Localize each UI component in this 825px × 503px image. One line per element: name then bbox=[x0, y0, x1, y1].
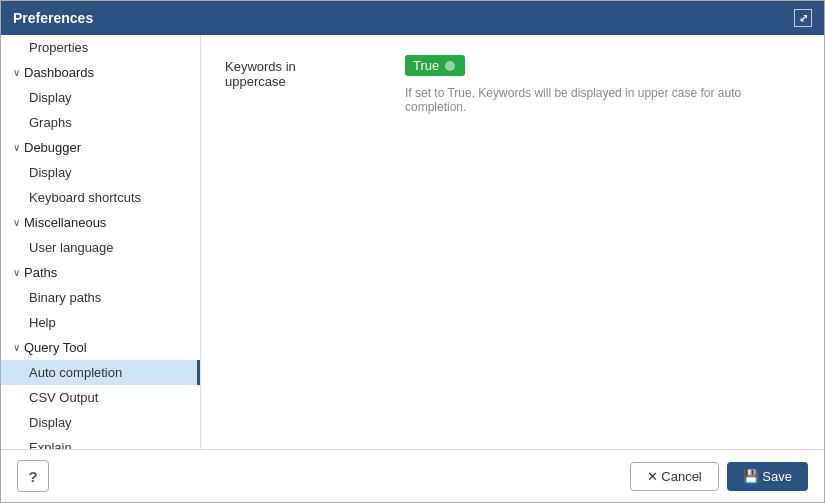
sidebar-item-dashboards-graphs[interactable]: Graphs bbox=[1, 110, 200, 135]
sidebar-item-label: Graphs bbox=[29, 115, 72, 130]
dialog-title: Preferences bbox=[13, 10, 93, 26]
setting-row-keywords: Keywords inuppercase True If set to True… bbox=[225, 55, 800, 114]
sidebar-item-label: User language bbox=[29, 240, 114, 255]
sidebar-item-qt-display[interactable]: Display bbox=[1, 410, 200, 435]
sidebar-item-paths[interactable]: ∨ Paths bbox=[1, 260, 200, 285]
sidebar-item-properties[interactable]: Properties bbox=[1, 35, 200, 60]
sidebar-item-label: Display bbox=[29, 90, 72, 105]
sidebar-item-label: Display bbox=[29, 415, 72, 430]
sidebar-item-label: CSV Output bbox=[29, 390, 98, 405]
sidebar-item-qt-auto-completion[interactable]: Auto completion bbox=[1, 360, 200, 385]
sidebar-item-dashboards[interactable]: ∨ Dashboards bbox=[1, 60, 200, 85]
sidebar-item-qt-explain[interactable]: Explain bbox=[1, 435, 200, 449]
expand-icon[interactable]: ⤢ bbox=[794, 9, 812, 27]
dialog-header: Preferences ⤢ bbox=[1, 1, 824, 35]
cancel-button[interactable]: ✕ Cancel bbox=[630, 462, 719, 491]
toggle-label: True bbox=[413, 58, 439, 73]
sidebar-item-qt-csv-output[interactable]: CSV Output bbox=[1, 385, 200, 410]
dialog-footer: ? ✕ Cancel 💾 Save bbox=[1, 449, 824, 502]
sidebar-item-label: Display bbox=[29, 165, 72, 180]
main-content: Keywords inuppercase True If set to True… bbox=[201, 35, 824, 449]
sidebar-item-label: Keyboard shortcuts bbox=[29, 190, 141, 205]
sidebar: Properties ∨ Dashboards Display Graphs ∨… bbox=[1, 35, 201, 449]
sidebar-item-label: Auto completion bbox=[29, 365, 122, 380]
help-button[interactable]: ? bbox=[17, 460, 49, 492]
sidebar-item-label: Dashboards bbox=[24, 65, 94, 80]
dialog-body: Properties ∨ Dashboards Display Graphs ∨… bbox=[1, 35, 824, 449]
preferences-dialog: Preferences ⤢ Properties ∨ Dashboards Di… bbox=[0, 0, 825, 503]
chevron-icon: ∨ bbox=[13, 217, 20, 228]
sidebar-item-miscellaneous[interactable]: ∨ Miscellaneous bbox=[1, 210, 200, 235]
sidebar-item-debugger[interactable]: ∨ Debugger bbox=[1, 135, 200, 160]
sidebar-item-debugger-display[interactable]: Display bbox=[1, 160, 200, 185]
keywords-uppercase-toggle[interactable]: True bbox=[405, 55, 465, 76]
setting-description: If set to True, Keywords will be display… bbox=[405, 86, 800, 114]
sidebar-item-paths-binary[interactable]: Binary paths bbox=[1, 285, 200, 310]
toggle-indicator bbox=[445, 61, 455, 71]
sidebar-item-misc-language[interactable]: User language bbox=[1, 235, 200, 260]
sidebar-item-paths-help[interactable]: Help bbox=[1, 310, 200, 335]
sidebar-item-query-tool[interactable]: ∨ Query Tool bbox=[1, 335, 200, 360]
setting-control: True If set to True, Keywords will be di… bbox=[405, 55, 800, 114]
chevron-icon: ∨ bbox=[13, 142, 20, 153]
sidebar-item-label: Query Tool bbox=[24, 340, 87, 355]
setting-label: Keywords inuppercase bbox=[225, 55, 385, 89]
footer-actions: ✕ Cancel 💾 Save bbox=[630, 462, 808, 491]
save-button[interactable]: 💾 Save bbox=[727, 462, 808, 491]
chevron-icon: ∨ bbox=[13, 67, 20, 78]
sidebar-item-label: Help bbox=[29, 315, 56, 330]
sidebar-item-label: Debugger bbox=[24, 140, 81, 155]
sidebar-item-label: Properties bbox=[29, 40, 88, 55]
sidebar-item-debugger-keyboard[interactable]: Keyboard shortcuts bbox=[1, 185, 200, 210]
sidebar-item-dashboards-display[interactable]: Display bbox=[1, 85, 200, 110]
sidebar-item-label: Paths bbox=[24, 265, 57, 280]
sidebar-item-label: Explain bbox=[29, 440, 72, 449]
sidebar-item-label: Binary paths bbox=[29, 290, 101, 305]
chevron-icon: ∨ bbox=[13, 267, 20, 278]
chevron-icon: ∨ bbox=[13, 342, 20, 353]
sidebar-item-label: Miscellaneous bbox=[24, 215, 106, 230]
